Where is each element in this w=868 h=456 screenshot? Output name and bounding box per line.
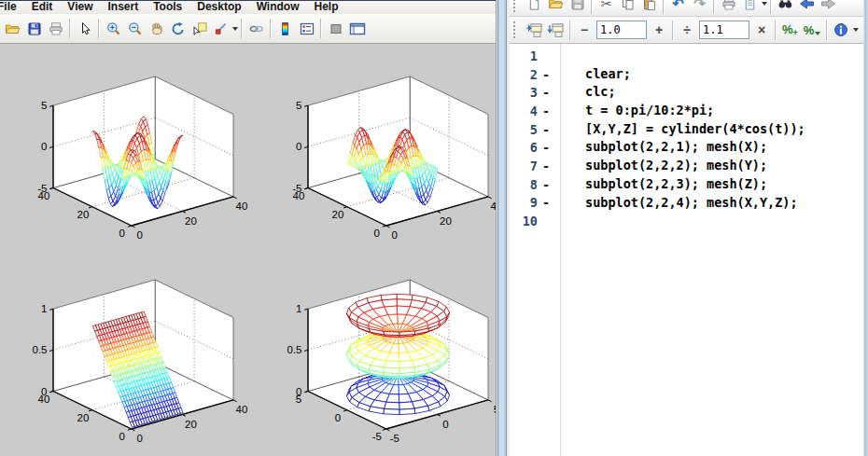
cut-button[interactable]: ✂ [595,0,617,15]
new-script-button[interactable] [524,0,545,15]
code-area[interactable]: clear;clc;t = 0:pi/10:2*pi;[X,Y,Z] = cyl… [561,44,868,456]
print-button[interactable] [718,0,739,15]
code-line[interactable]: clc; [585,83,868,102]
zoom-in-button[interactable] [103,18,124,39]
next-section-icon [547,22,565,38]
toolbar-separator [241,19,243,38]
figure-canvas[interactable]: 0204002040-5050204002040-505020400204000… [0,44,497,456]
toolbar-drag-handle[interactable] [513,21,520,38]
tick-label: -5 [37,183,47,194]
executable-line-marker[interactable]: - [538,195,554,210]
subplot-4-mesh-xyz[interactable]: -505-50500.51 [255,247,497,456]
menu-item-help[interactable]: Help [307,0,346,14]
next-section-button[interactable] [545,20,567,41]
add-step-input[interactable] [596,21,647,39]
pan-button[interactable] [146,18,167,39]
code-line[interactable] [585,212,868,230]
print-button[interactable] [45,18,66,39]
toolbar-separator [770,0,772,14]
comment-button[interactable]: %+ [779,22,801,37]
paste-button[interactable] [638,0,660,15]
undo-button[interactable]: ↶ [667,0,689,15]
hide-plot-tools-icon [329,21,343,36]
brush-dropdown-caret[interactable] [232,27,238,31]
code-line[interactable]: t = 0:pi/10:2*pi; [585,102,868,120]
toolbar-separator [320,19,322,38]
multiply-button[interactable]: × [752,21,771,39]
save-button[interactable] [23,18,45,39]
subplot-3-mesh-z[interactable]: 020400204000.51 [0,247,254,456]
line-number: 7 [510,159,538,173]
show-plot-tools-button[interactable] [346,18,368,39]
menu-item-window[interactable]: Window [249,0,307,14]
menu-item-desktop[interactable]: Desktop [189,0,248,14]
back-button[interactable] [796,0,818,15]
executable-line-marker[interactable]: - [538,67,554,82]
link-plots-button[interactable] [245,18,267,39]
uncomment-icon: % [804,23,815,37]
decrement-button[interactable]: − [575,21,594,39]
code-line[interactable]: subplot(2,2,3); mesh(Z); [585,175,868,194]
code-line[interactable]: [X,Y,Z] = cylinder(4*cos(t)); [585,120,868,139]
toolbar-separator [672,21,674,40]
copy-button[interactable] [617,0,638,15]
pointer-button[interactable] [74,18,95,39]
comment-plus: + [793,28,798,37]
menu-item-insert[interactable]: Insert [100,0,146,14]
open-button[interactable] [545,0,567,15]
rotate-3d-button[interactable] [167,18,189,39]
multiply-step-input[interactable] [699,21,749,39]
print-icon [49,21,63,36]
subplot-2-mesh-y[interactable]: 0204002040-505 [255,44,497,271]
brush-button[interactable] [210,18,231,39]
executable-line-marker[interactable]: - [538,140,554,155]
code-line[interactable]: subplot(2,2,2); mesh(Y); [585,157,868,175]
print-preview-button[interactable] [739,0,761,15]
code-line[interactable] [585,47,868,65]
forward-button[interactable] [818,0,839,15]
forward-icon [820,0,836,11]
tick-label: 40 [236,200,248,212]
code-line[interactable]: subplot(2,2,1); mesh(X); [585,138,868,157]
print-preview-dropdown-caret[interactable] [762,2,767,6]
line-number: 4 [510,104,538,118]
executable-line-marker[interactable]: - [538,104,554,118]
menu-item-tools[interactable]: Tools [146,0,189,14]
insert-section-button[interactable] [524,20,545,41]
save-button[interactable] [567,0,588,15]
redo-button[interactable]: ↷ [689,0,710,15]
tick-label: 0.5 [33,344,48,355]
tick-label: 20 [185,419,197,430]
toolbar-separator [775,21,777,40]
subplot-1-mesh-x[interactable]: 0204002040-505 [0,44,254,271]
legend-button[interactable] [296,18,317,39]
open-icon [5,21,21,36]
toolbar-drag-handle[interactable] [513,0,520,12]
executable-line-marker[interactable]: - [538,177,554,192]
zoom-out-button[interactable] [124,18,146,39]
toolbar-separator [270,19,272,38]
toolbar-separator [98,19,100,38]
code-line[interactable]: subplot(2,2,4); mesh(X,Y,Z); [585,194,868,213]
find-button[interactable] [775,0,796,15]
executable-line-marker[interactable]: - [538,122,554,137]
code-line[interactable]: clear; [585,65,868,84]
menu-item-view[interactable]: View [60,0,100,14]
divide-button[interactable]: ÷ [678,21,696,39]
increment-button[interactable]: + [650,21,668,39]
menu-item-file[interactable]: File [0,0,24,14]
executable-line-marker[interactable]: - [538,85,554,100]
details-button[interactable] [831,20,852,41]
details-dropdown-caret[interactable] [853,28,859,32]
colorbar-button[interactable] [274,18,296,39]
menu-item-edit[interactable]: Edit [24,0,61,14]
hide-plot-tools-button[interactable] [325,18,346,39]
window-divider[interactable] [496,0,510,456]
uncomment-button[interactable]: % [801,23,824,37]
toolbar-separator [663,0,665,14]
mesh-face [384,367,399,373]
executable-line-marker[interactable]: - [538,159,554,173]
open-button[interactable] [2,18,23,39]
data-cursor-button[interactable] [189,18,210,39]
tick-label: 0 [137,433,143,444]
